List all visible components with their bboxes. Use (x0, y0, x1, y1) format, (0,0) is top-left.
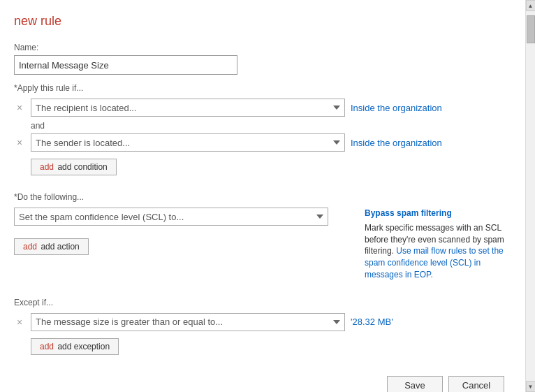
scrollbar-track (526, 11, 535, 381)
add-action-button[interactable]: add add action (14, 238, 89, 255)
add-action-label: add action (41, 242, 79, 252)
do-following-left: Set the spam confidence level (SCL) to..… (14, 208, 352, 255)
scrollbar-down-button[interactable]: ▼ (526, 381, 536, 392)
except-row: × The message size is greater than or eq… (14, 313, 504, 331)
do-following-row: Set the spam confidence level (SCL) to..… (14, 208, 504, 281)
except-dropdown[interactable]: The message size is greater than or equa… (31, 313, 345, 331)
name-section: Name: (14, 43, 504, 75)
do-following-label: *Do the following... (14, 192, 504, 202)
scrollbar[interactable]: ▲ ▼ (525, 0, 535, 392)
remove-except-button[interactable]: × (14, 317, 25, 328)
add-exception-plus-icon: add (40, 342, 54, 351)
add-condition-plus-icon: add (40, 162, 54, 172)
remove-condition-1-button[interactable]: × (14, 102, 25, 113)
remove-condition-2-button[interactable]: × (14, 137, 25, 148)
info-panel: Bypass spam filtering Mark specific mess… (365, 208, 504, 281)
add-exception-label: add exception (57, 342, 110, 351)
apply-rule-label: *Apply this rule if... (14, 83, 504, 93)
do-following-section: *Do the following... Set the spam confid… (14, 192, 504, 281)
except-section: Except if... × The message size is great… (14, 298, 504, 355)
cancel-button[interactable]: Cancel (448, 376, 504, 392)
apply-rule-section: *Apply this rule if... × The recipient i… (14, 83, 504, 175)
add-condition-label: add condition (57, 162, 107, 172)
condition-1-dropdown[interactable]: The recipient is located... (31, 99, 345, 117)
except-value-link[interactable]: '28.32 MB' (351, 317, 393, 327)
except-label: Except if... (14, 298, 504, 307)
condition-row-2: × The sender is located... Inside the or… (14, 133, 504, 152)
condition-row-1: × The recipient is located... Inside the… (14, 99, 504, 117)
action-row: Set the spam confidence level (SCL) to..… (14, 208, 352, 226)
action-dropdown[interactable]: Set the spam confidence level (SCL) to..… (14, 208, 328, 226)
save-button[interactable]: Save (387, 376, 443, 392)
scrollbar-thumb[interactable] (527, 15, 535, 43)
footer-buttons: Save Cancel (14, 369, 504, 392)
condition-1-value-link[interactable]: Inside the organization (351, 103, 442, 113)
condition-2-dropdown[interactable]: The sender is located... (31, 133, 345, 152)
and-label: and (31, 121, 504, 131)
page-title: new rule (14, 14, 504, 29)
add-action-plus-icon: add (23, 242, 37, 252)
condition-2-value-link[interactable]: Inside the organization (351, 138, 442, 148)
name-label: Name: (14, 43, 504, 52)
scrollbar-up-button[interactable]: ▲ (526, 0, 536, 11)
add-condition-button[interactable]: add add condition (31, 159, 117, 175)
add-exception-button[interactable]: add add exception (31, 338, 119, 355)
name-input[interactable] (14, 55, 237, 75)
info-panel-title-link[interactable]: Bypass spam filtering (365, 208, 504, 219)
